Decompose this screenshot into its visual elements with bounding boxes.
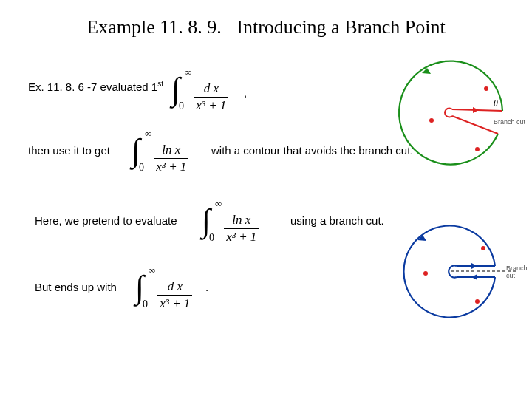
branch-cut-label-1: Branch cut xyxy=(494,118,525,126)
int-bot: 0 xyxy=(209,232,214,244)
contour-diagram-1: θ xyxy=(390,59,519,155)
int-num: d x xyxy=(194,81,228,97)
int-num: d x xyxy=(157,279,192,295)
pole-dot-icon xyxy=(423,271,428,276)
int-top: ∞ xyxy=(185,66,191,78)
line2-suffix: with a contour that avoids the branch cu… xyxy=(211,144,414,157)
arrowhead-icon xyxy=(471,263,477,269)
line1-suffix: , xyxy=(244,86,247,99)
lower-radial-icon xyxy=(452,116,498,134)
int-den: x³ + 1 xyxy=(154,158,188,174)
line3-prefix: Here, we pretend to evaluate xyxy=(35,214,177,227)
line2-integral: ∞ ∫ 0 ln x x³ + 1 xyxy=(132,129,188,172)
theta-label: θ xyxy=(494,98,498,109)
pole-dot-icon xyxy=(475,147,480,151)
int-num: ln x xyxy=(154,143,188,158)
int-den: x³ + 1 xyxy=(194,97,228,113)
line4-suffix: . xyxy=(205,281,208,293)
line2-prefix: then use it to get xyxy=(28,144,110,157)
outer-arc-icon xyxy=(399,61,502,165)
small-arc-icon xyxy=(445,109,452,117)
int-bot: 0 xyxy=(139,162,144,174)
example-number: Example 11. 8. 9. xyxy=(86,16,221,38)
arrowhead-icon xyxy=(473,107,479,113)
slide-title: Example 11. 8. 9. Introducing a Branch P… xyxy=(0,16,532,38)
line3-integral: ∞ ∫ 0 ln x x³ + 1 xyxy=(202,200,259,242)
line1-sup: st xyxy=(157,80,163,88)
line-1: Ex. 11. 8. 6 -7 evaluated 1st xyxy=(28,80,163,93)
line1-prefix: Ex. 11. 8. 6 -7 evaluated 1 xyxy=(28,81,157,93)
line4-integral: ∞ ∫ 0 d x x³ + 1 xyxy=(135,266,192,309)
pole-dot-icon xyxy=(475,299,480,304)
int-top: ∞ xyxy=(145,128,151,140)
int-bot: 0 xyxy=(143,299,148,310)
pole-dot-icon xyxy=(429,118,434,123)
pole-dot-icon xyxy=(484,86,488,91)
int-den: x³ + 1 xyxy=(157,295,192,311)
int-top: ∞ xyxy=(149,265,155,276)
int-top: ∞ xyxy=(215,198,222,210)
arrowhead-icon xyxy=(471,274,477,280)
line1-integral: ∞ ∫ 0 d x x³ + 1 xyxy=(171,68,228,111)
int-num: ln x xyxy=(224,213,259,228)
title-text: Introducing a Branch Point xyxy=(236,16,445,38)
branch-cut-label-2: Branch cut xyxy=(506,265,532,279)
contour-diagram-2 xyxy=(390,222,519,318)
line3-suffix: using a branch cut. xyxy=(290,214,384,227)
int-den: x³ + 1 xyxy=(224,228,259,245)
int-bot: 0 xyxy=(179,100,184,112)
pole-dot-icon xyxy=(481,246,485,250)
slide: Example 11. 8. 9. Introducing a Branch P… xyxy=(0,0,532,399)
line4-prefix: But ends up with xyxy=(35,281,117,293)
